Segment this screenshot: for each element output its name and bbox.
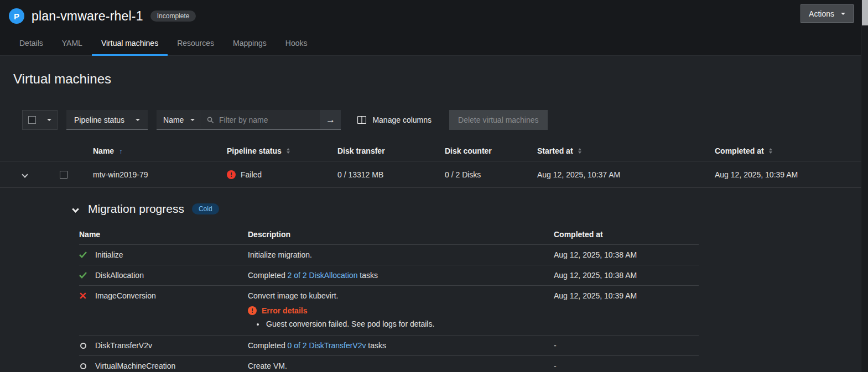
tab-mappings[interactable]: Mappings <box>224 32 276 55</box>
actions-button[interactable]: Actions <box>801 4 854 23</box>
disk-transfer-cell: 0 / 13312 MB <box>322 165 429 185</box>
success-check-icon <box>79 252 87 258</box>
step-description-cell: Convert image to kubevirt. ! Error detai… <box>248 286 554 335</box>
exclamation-circle-icon: ! <box>227 170 236 179</box>
submit-filter-button[interactable]: → <box>320 110 341 130</box>
step-name: VirtualMachineCreation <box>95 361 175 370</box>
migration-progress-title: Migration progress <box>88 202 184 216</box>
column-header-completed-at-label: Completed at <box>715 146 764 155</box>
virtual-machines-table: Name ↑ Pipeline status Disk transfer Dis… <box>0 141 868 188</box>
sort-icon <box>287 148 290 154</box>
pipeline-status-label: Failed <box>241 170 262 179</box>
migration-step-row: DiskTransferV2v Completed 0 of 2 DiskTra… <box>79 335 699 355</box>
tab-resources[interactable]: Resources <box>168 32 224 55</box>
migration-step-row: DiskAllocation Completed 2 of 2 DiskAllo… <box>79 265 699 285</box>
column-header-name-label: Name <box>93 146 114 155</box>
failed-x-icon <box>79 292 87 299</box>
pipeline-status-filter-dropdown[interactable]: Pipeline status <box>66 110 148 130</box>
migration-step-row: VirtualMachineCreation Create VM. - <box>79 355 699 372</box>
step-description-cell: Completed 0 of 2 DiskTransferV2v tasks <box>248 336 554 355</box>
expand-column-header <box>0 145 50 156</box>
tab-yaml[interactable]: YAML <box>53 32 92 55</box>
completed-at-cell: Aug 12, 2025, 10:39 AM <box>699 165 868 185</box>
scrollbar-thumb[interactable] <box>862 0 868 25</box>
step-name: ImageConversion <box>95 291 156 300</box>
migration-step-row: Initialize Initialize migration. Aug 12,… <box>79 244 699 265</box>
row-checkbox[interactable] <box>60 171 67 179</box>
expanded-row-content: Migration progress Cold Name Description… <box>0 188 868 372</box>
tab-virtual-machines[interactable]: Virtual machines <box>92 32 168 55</box>
migration-progress-header: Migration progress Cold <box>71 202 699 216</box>
sort-ascending-icon: ↑ <box>119 147 123 155</box>
error-details-line: ! Error details <box>248 306 554 315</box>
step-name-cell: ImageConversion <box>79 286 248 306</box>
tab-hooks[interactable]: Hooks <box>276 32 317 55</box>
step-description-tail: tasks <box>366 341 386 350</box>
migration-progress-table: Name Description Completed at Initialize… <box>79 224 699 372</box>
bulk-select-checkbox[interactable] <box>28 116 36 124</box>
step-completed-cell: - <box>554 336 699 355</box>
title-row: P plan-vmware-rhel-1 Incomplete Actions <box>0 0 868 28</box>
vm-name-cell: mtv-win2019-79 <box>77 165 211 185</box>
error-message-item: Guest conversion failed. See pod logs fo… <box>265 319 554 328</box>
status-badge: Incomplete <box>150 11 196 22</box>
mp-column-completed-at: Completed at <box>554 224 699 244</box>
tab-details[interactable]: Details <box>10 32 53 55</box>
step-description: Create VM. <box>248 361 287 370</box>
select-column-header <box>50 145 77 156</box>
column-header-disk-counter-label: Disk counter <box>445 146 492 155</box>
manage-columns-button[interactable]: Manage columns <box>350 110 439 130</box>
step-description-cell: Create VM. <box>248 356 554 372</box>
column-header-pipeline-status-label: Pipeline status <box>227 146 282 155</box>
search-icon <box>207 116 214 124</box>
step-name: DiskTransferV2v <box>95 341 152 350</box>
bulk-select-caret-icon[interactable] <box>47 119 51 121</box>
step-completed-cell: - <box>554 356 699 372</box>
mp-column-description: Description <box>248 224 554 244</box>
section-title: Virtual machines <box>0 71 868 87</box>
step-name: Initialize <box>95 250 123 259</box>
delete-virtual-machines-button[interactable]: Delete virtual machines <box>449 110 548 130</box>
migration-progress-header-row: Name Description Completed at <box>79 224 699 244</box>
error-details-title: Error details <box>262 306 307 315</box>
vertical-scrollbar <box>861 0 868 372</box>
started-at-cell: Aug 12, 2025, 10:37 AM <box>522 165 699 185</box>
tab-bar: Details YAML Virtual machines Resources … <box>0 32 868 56</box>
pipeline-status-cell: ! Failed <box>211 165 322 185</box>
arrow-right-icon: → <box>326 114 335 125</box>
plan-icon: P <box>9 8 24 24</box>
name-filter-dropdown[interactable]: Name <box>157 110 201 130</box>
column-header-started-at[interactable]: Started at <box>522 141 699 161</box>
manage-columns-label: Manage columns <box>372 116 432 124</box>
migration-step-row: ImageConversion Convert image to kubevir… <box>79 285 699 335</box>
column-header-completed-at[interactable]: Completed at <box>699 141 868 161</box>
task-progress-link[interactable]: 0 of 2 DiskTransferV2v <box>288 341 366 350</box>
column-header-name[interactable]: Name ↑ <box>77 141 211 161</box>
step-description-cell: Initialize migration. <box>248 245 554 265</box>
pipeline-status-filter-label: Pipeline status <box>74 116 124 124</box>
table-row: mtv-win2019-79 ! Failed 0 / 13312 MB 0 /… <box>0 161 868 188</box>
column-header-pipeline-status[interactable]: Pipeline status <box>211 141 322 161</box>
chevron-down-icon <box>22 171 28 177</box>
column-header-disk-transfer-label: Disk transfer <box>337 146 385 155</box>
page-header: P plan-vmware-rhel-1 Incomplete Actions … <box>0 0 868 56</box>
step-description: Initialize migration. <box>248 250 312 259</box>
pending-circle-icon <box>79 343 87 349</box>
migration-progress-collapse-toggle[interactable] <box>71 203 80 216</box>
step-name-cell: VirtualMachineCreation <box>79 356 248 372</box>
pending-circle-icon <box>79 363 87 369</box>
bulk-select-toggle[interactable] <box>22 110 58 130</box>
chevron-down-icon <box>72 206 79 213</box>
actions-label: Actions <box>809 9 834 18</box>
filter-by-name-input[interactable] <box>219 116 315 124</box>
step-description: Completed <box>248 271 288 280</box>
error-message-list: Guest conversion failed. See pod logs fo… <box>248 319 554 328</box>
main-content: Virtual machines Pipeline status Name <box>0 56 868 372</box>
step-name-cell: DiskAllocation <box>79 265 248 285</box>
success-check-icon <box>79 272 87 279</box>
column-header-disk-transfer: Disk transfer <box>322 141 429 161</box>
task-progress-link[interactable]: 2 of 2 DiskAllocation <box>288 271 358 280</box>
step-name: DiskAllocation <box>95 271 144 280</box>
row-expand-toggle[interactable] <box>19 167 30 182</box>
search-field <box>201 110 320 130</box>
